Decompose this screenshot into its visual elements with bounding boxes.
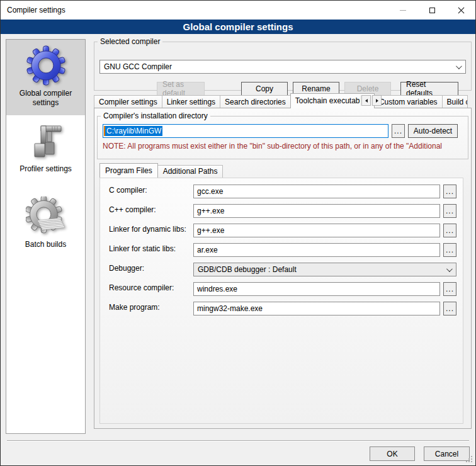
field-label: Debugger:: [109, 263, 193, 273]
caption-buttons: [388, 1, 475, 20]
field-label: Make program:: [109, 302, 193, 312]
field-label: Resource compiler:: [109, 282, 193, 292]
tab-scroll-right-button[interactable]: [372, 95, 382, 106]
form-row-c-compiler: C compiler: ...: [109, 185, 456, 198]
program-files-panel: C compiler: ... C++ compiler: ... Linker…: [99, 178, 463, 424]
debugger-select-value: GDB/CDB debugger : Default: [198, 265, 297, 274]
maximize-icon: [429, 8, 435, 13]
tab-custom-variables[interactable]: Custom variables: [374, 95, 443, 108]
titlebar: Compiler settings: [1, 1, 475, 20]
tab-scroll-left-button[interactable]: [361, 95, 371, 106]
settings-category-list: Global compiler settings: [6, 39, 86, 434]
resource-compiler-input[interactable]: [193, 282, 440, 296]
dynamic-linker-browse-button[interactable]: ...: [443, 224, 456, 237]
ok-button[interactable]: OK: [370, 446, 415, 461]
field-label: Linker for dynamic libs:: [109, 224, 193, 234]
chevron-down-icon: [456, 63, 462, 69]
settings-tabs: Compiler settings Linker settings Search…: [94, 93, 472, 108]
c-compiler-input[interactable]: [193, 185, 440, 198]
triangle-right-icon: [376, 99, 378, 103]
minimize-icon: [400, 10, 406, 11]
selected-compiler-legend: Selected compiler: [98, 37, 162, 46]
form-row-resource-compiler: Resource compiler: ...: [109, 282, 456, 296]
installation-directory-group: Compiler's installation directory C:\ray…: [97, 111, 468, 159]
form-row-make-program: Make program: ...: [109, 302, 456, 315]
cancel-button[interactable]: Cancel: [424, 446, 470, 461]
make-program-browse-button[interactable]: ...: [443, 302, 456, 315]
installation-directory-legend: Compiler's installation directory: [101, 111, 210, 120]
window-title: Compiler settings: [1, 6, 65, 14]
field-label: C compiler:: [109, 185, 193, 195]
form-row-debugger: Debugger: GDB/CDB debugger : Default: [109, 263, 456, 276]
caliper-icon: [26, 121, 66, 161]
field-label: C++ compiler:: [109, 204, 193, 214]
page-title: Global compiler settings: [1, 20, 475, 34]
form-row-static-linker: Linker for static libs: ...: [109, 243, 456, 257]
sidebar-item-label: Profiler settings: [13, 164, 79, 174]
subtab-additional-paths[interactable]: Additional Paths: [157, 165, 224, 178]
installation-directory-value: C:\raylib\MinGW: [105, 126, 162, 136]
sidebar-item-label: Batch builds: [13, 240, 79, 249]
auto-detect-button[interactable]: Auto-detect: [408, 124, 458, 138]
sidebar-item-label: Global compiler settings: [13, 89, 79, 108]
toolchain-executables-panel: Compiler's installation directory C:\ray…: [94, 108, 472, 429]
tab-search-directories[interactable]: Search directories: [220, 95, 291, 108]
dynamic-linker-input[interactable]: [193, 224, 440, 237]
compiler-settings-dialog: Compiler settings Global compiler settin…: [0, 0, 476, 466]
installation-directory-row: C:\raylib\MinGW ... Auto-detect: [103, 124, 458, 138]
static-linker-input[interactable]: [193, 243, 440, 257]
close-icon: [458, 7, 465, 14]
minimize-button[interactable]: [388, 1, 417, 20]
compiler-select-value: GNU GCC Compiler: [104, 62, 172, 71]
cpp-compiler-input[interactable]: [193, 204, 440, 218]
tab-compiler-settings[interactable]: Compiler settings: [94, 95, 162, 108]
resize-grip[interactable]: [471, 456, 472, 457]
cpp-compiler-browse-button[interactable]: ...: [443, 204, 456, 218]
static-linker-browse-button[interactable]: ...: [443, 243, 456, 257]
triangle-left-icon: [365, 99, 368, 103]
installation-directory-browse-button[interactable]: ...: [392, 124, 405, 138]
tab-build-options[interactable]: Build options: [442, 95, 468, 108]
tab-linker-settings[interactable]: Linker settings: [162, 95, 220, 108]
c-compiler-browse-button[interactable]: ...: [443, 185, 456, 198]
debugger-select[interactable]: GDB/CDB debugger : Default: [193, 263, 456, 276]
resource-compiler-browse-button[interactable]: ...: [443, 282, 456, 296]
chevron-down-icon: [446, 266, 453, 272]
compiler-select[interactable]: GNU GCC Compiler: [99, 60, 466, 74]
tab-scroll-arrows: [360, 95, 382, 106]
sidebar-item-global-compiler-settings[interactable]: Global compiler settings: [6, 40, 85, 115]
gray-gear-stack-icon: [26, 196, 66, 237]
sidebar-item-profiler-settings[interactable]: Profiler settings: [6, 115, 85, 191]
subtab-program-files[interactable]: Program Files: [99, 163, 158, 178]
selected-compiler-group: Selected compiler GNU GCC Compiler Set a…: [94, 37, 472, 91]
maximize-button[interactable]: [417, 1, 446, 20]
sidebar-item-batch-builds[interactable]: Batch builds: [6, 191, 85, 266]
footer-divider: [7, 440, 469, 441]
toolchain-subtabs: Program Files Additional Paths: [99, 163, 222, 178]
blue-gear-icon: [26, 45, 66, 86]
make-program-input[interactable]: [193, 302, 440, 315]
installation-directory-input[interactable]: C:\raylib\MinGW: [103, 124, 388, 138]
installation-note: NOTE: All programs must exist either in …: [103, 142, 467, 151]
field-label: Linker for static libs:: [109, 243, 193, 253]
form-row-dynamic-linker: Linker for dynamic libs: ...: [109, 224, 456, 237]
close-button[interactable]: [446, 1, 475, 20]
form-row-cpp-compiler: C++ compiler: ...: [109, 204, 456, 218]
